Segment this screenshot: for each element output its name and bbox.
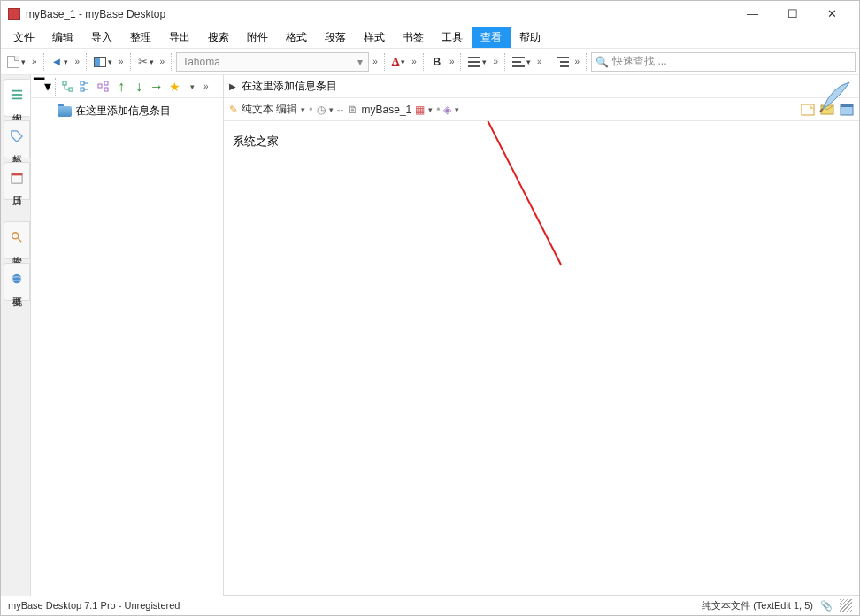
overflow-icon[interactable]: »: [448, 57, 457, 66]
pencil-icon: ✎: [229, 104, 238, 116]
menu-search[interactable]: 搜索: [199, 27, 238, 48]
side-tabs: 大纲 标签 日历 搜索 概要: [1, 75, 31, 596]
menu-view[interactable]: 查看: [472, 27, 511, 48]
menu-help[interactable]: 帮助: [511, 27, 549, 48]
menu-import[interactable]: 导入: [82, 27, 121, 48]
folder-icon: [58, 106, 72, 117]
menu-tools[interactable]: 工具: [433, 27, 472, 48]
resize-grip[interactable]: [840, 599, 852, 612]
tree-node3-icon[interactable]: [96, 79, 111, 95]
menu-format[interactable]: 格式: [277, 27, 316, 48]
svg-rect-14: [104, 81, 108, 85]
outline-tree[interactable]: 在这里添加信息条目: [31, 98, 223, 596]
vtab-outline[interactable]: 大纲: [4, 79, 30, 117]
menubar: 文件 编辑 导入 整理 导出 搜索 附件 格式 段落 样式 书签 工具 查看 帮…: [1, 27, 859, 49]
svg-rect-17: [802, 104, 814, 115]
breadcrumb-text[interactable]: 在这里添加信息条目: [242, 79, 337, 94]
tree-dropdown[interactable]: ▾: [184, 79, 200, 95]
close-button[interactable]: ✕: [812, 2, 852, 27]
align-button[interactable]: ▾: [510, 52, 534, 72]
quick-search-input[interactable]: 🔍 快速查找 ...: [591, 52, 856, 72]
font-combo[interactable]: Tahoma ▾: [176, 52, 369, 72]
tag-small-icon[interactable]: ◈: [443, 104, 451, 116]
edit-mode-label[interactable]: 纯文本 编辑: [242, 102, 297, 117]
menu-edit[interactable]: 编辑: [43, 27, 82, 48]
status-left: myBase Desktop 7.1 Pro - Unregistered: [8, 600, 180, 611]
svg-point-7: [12, 274, 22, 284]
overflow-icon[interactable]: »: [117, 57, 126, 66]
cut-button[interactable]: ✂▾: [135, 52, 157, 72]
tree-node2-icon[interactable]: [78, 79, 94, 95]
font-name: Tahoma: [182, 56, 220, 68]
search-icon: [11, 231, 23, 243]
overflow-icon[interactable]: »: [371, 57, 380, 66]
svg-rect-1: [12, 94, 22, 96]
search-icon: 🔍: [595, 56, 609, 68]
svg-rect-4: [12, 173, 22, 176]
menu-bookmark[interactable]: 书签: [394, 27, 433, 48]
svg-line-16: [820, 109, 823, 112]
overflow-icon[interactable]: »: [410, 57, 418, 66]
panes-button[interactable]: ▾: [91, 52, 115, 72]
minimize-button[interactable]: —: [733, 2, 772, 27]
globe-icon: [11, 273, 23, 285]
calendar-small-icon[interactable]: ▦: [415, 104, 425, 116]
db-name[interactable]: myBase_1: [362, 104, 412, 116]
tree-down-button[interactable]: ↓: [131, 79, 147, 95]
overflow-icon[interactable]: »: [73, 57, 81, 66]
svg-line-6: [18, 238, 21, 242]
bold-button[interactable]: B: [428, 52, 446, 72]
tree-right-button[interactable]: →: [149, 79, 165, 95]
overflow-icon[interactable]: »: [202, 81, 211, 91]
menu-file[interactable]: 文件: [4, 27, 43, 48]
vtab-search[interactable]: 搜索: [4, 221, 30, 259]
tree-root-item[interactable]: 在这里添加信息条目: [33, 102, 221, 120]
svg-rect-12: [81, 88, 84, 91]
overflow-icon[interactable]: »: [30, 57, 39, 66]
overflow-icon[interactable]: »: [535, 57, 544, 66]
text-editor[interactable]: 系统之家: [224, 121, 859, 596]
svg-rect-0: [12, 90, 22, 92]
list-button[interactable]: ▾: [465, 52, 489, 72]
svg-rect-13: [98, 84, 102, 88]
menu-export[interactable]: 导出: [160, 27, 199, 48]
tree-item-label: 在这里添加信息条目: [75, 104, 171, 119]
tree-up-button[interactable]: ↑: [113, 79, 129, 95]
window-title: myBase_1 - myBase Desktop: [26, 8, 733, 20]
font-color-button[interactable]: A▾: [389, 52, 409, 72]
new-document-button[interactable]: ▾: [4, 52, 28, 72]
vtab-calendar[interactable]: 日历: [4, 162, 30, 200]
svg-rect-9: [63, 81, 66, 85]
svg-rect-10: [69, 88, 73, 91]
vtab-tags[interactable]: 标签: [4, 120, 30, 158]
tree-toolbar: ▔▾ ↑ ↓ → ★ ▾ »: [31, 75, 223, 98]
svg-rect-2: [12, 98, 22, 100]
back-button[interactable]: ◄▾: [49, 52, 72, 72]
vtab-overview[interactable]: 概要: [4, 263, 30, 301]
status-right: 纯文本文件 (TextEdit 1, 5): [702, 599, 813, 612]
status-attachment-icon[interactable]: 📎: [820, 600, 833, 612]
svg-point-5: [12, 233, 19, 239]
overflow-icon[interactable]: »: [158, 57, 167, 66]
tree-node1-icon[interactable]: [60, 79, 76, 95]
menu-attach[interactable]: 附件: [238, 27, 277, 48]
menu-paragraph[interactable]: 段落: [316, 27, 355, 48]
tag-icon: [11, 130, 23, 142]
tree-star-button[interactable]: ★: [166, 79, 182, 95]
clock-icon[interactable]: ◷: [317, 104, 326, 116]
menu-style[interactable]: 样式: [355, 27, 394, 48]
note-icon[interactable]: [801, 104, 815, 116]
menu-organize[interactable]: 整理: [121, 27, 160, 48]
feather-icon: [818, 78, 854, 113]
overflow-icon[interactable]: »: [491, 57, 500, 66]
maximize-button[interactable]: ☐: [772, 2, 812, 27]
svg-rect-15: [104, 88, 108, 91]
indent-button[interactable]: [554, 52, 572, 72]
tree-menu-button[interactable]: ▔▾: [35, 79, 50, 95]
overflow-icon[interactable]: »: [573, 57, 582, 66]
dropdown-icon: ▾: [357, 56, 363, 68]
main-toolbar: ▾ » ◄▾ » ▾ » ✂▾ » Tahoma ▾ » A▾ » B » ▾ …: [1, 49, 859, 75]
search-placeholder: 快速查找 ...: [612, 54, 666, 69]
db-icon: 🗎: [348, 104, 358, 116]
app-logo-icon: [8, 8, 20, 20]
